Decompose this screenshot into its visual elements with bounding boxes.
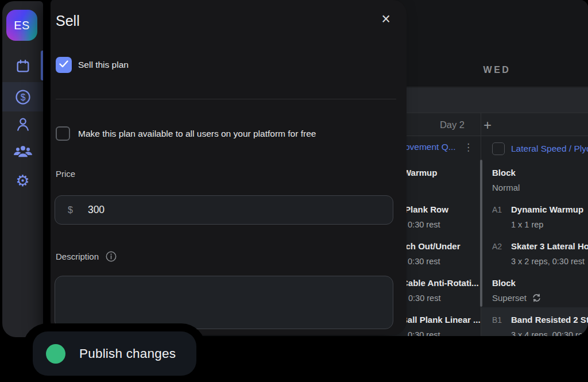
- sidebar-item-sell[interactable]: $: [2, 88, 43, 108]
- sidebar-item-clients[interactable]: [2, 116, 43, 134]
- sidebar-item-calendar[interactable]: [2, 58, 43, 76]
- svg-text:$: $: [20, 92, 25, 102]
- free-plan-label: Make this plan available to all users on…: [78, 129, 316, 139]
- modal-title: Sell: [56, 13, 80, 29]
- exercise-name[interactable]: Ball Plank Linear ...: [401, 315, 481, 325]
- exercise-order-label: B1: [492, 315, 502, 325]
- sidebar-item-settings[interactable]: ⚙: [2, 173, 43, 189]
- exercise-detail: , 0:30 rest: [403, 330, 440, 336]
- publish-button-container: Publish changes: [23, 323, 206, 382]
- info-icon[interactable]: [106, 251, 117, 262]
- exercise-name[interactable]: Skater 3 Lateral Hops: [511, 241, 588, 251]
- workout-link-right[interactable]: Lateral Speed / Plyo...: [511, 144, 588, 154]
- gear-icon: ⚙: [16, 173, 29, 189]
- description-input[interactable]: [55, 276, 393, 329]
- exercise-detail: 3 x 4 reps, 00:30 rest: [511, 330, 588, 336]
- exercise-name[interactable]: Cable Anti-Rotati...: [402, 278, 479, 288]
- app-screenshot: WED Day 2 + Movement Q... ⋮ Lateral Spee…: [0, 0, 588, 382]
- sidebar: ES $: [2, 1, 43, 337]
- exercise-order-label: A2: [492, 242, 502, 251]
- description-label: Description: [56, 252, 99, 261]
- avatar[interactable]: ES: [6, 10, 37, 41]
- workout-checkbox[interactable]: [492, 142, 505, 155]
- exercise-detail: 3 x 2 reps, 0:30 rest: [511, 257, 585, 266]
- description-label-row: Description: [56, 251, 117, 262]
- sidebar-item-groups[interactable]: [2, 144, 43, 163]
- block-type: Superset: [492, 293, 541, 303]
- block-title: Block: [492, 278, 516, 288]
- price-field[interactable]: $: [55, 195, 393, 225]
- exercise-name[interactable]: Warmup: [403, 168, 437, 178]
- divider: [56, 99, 396, 99]
- price-label: Price: [56, 169, 75, 179]
- checkmark-icon: [59, 60, 68, 70]
- exercise-name[interactable]: Dynamic Warmup: [511, 204, 583, 214]
- dollar-icon: $: [14, 88, 32, 108]
- exercise-detail: 0:30 rest: [408, 294, 440, 303]
- publish-button-label: Publish changes: [79, 346, 176, 361]
- exercise-name[interactable]: Band Resisted 2 Steps: [511, 315, 588, 325]
- publish-changes-button[interactable]: Publish changes: [33, 331, 196, 376]
- free-plan-checkbox[interactable]: [56, 126, 70, 141]
- weekday-label: WED: [406, 60, 588, 80]
- exercise-order-label: A1: [492, 205, 502, 214]
- add-day-button[interactable]: +: [483, 113, 492, 137]
- calendar-icon: [15, 58, 31, 76]
- block-title: Block: [492, 168, 516, 178]
- description-field: [55, 276, 393, 329]
- block-type: Normal: [492, 183, 520, 192]
- price-input[interactable]: [87, 203, 202, 217]
- exercise-detail: 1 x 1 rep: [511, 220, 543, 229]
- status-dot-icon: [46, 344, 65, 364]
- block-type-text: Superset: [492, 293, 527, 303]
- people-group-icon: [13, 144, 33, 163]
- kebab-menu-icon[interactable]: ⋮: [463, 142, 473, 152]
- close-icon[interactable]: ×: [381, 11, 390, 27]
- day-label: Day 2: [406, 113, 473, 137]
- sell-this-plan-label: Sell this plan: [78, 60, 129, 70]
- exercise-detail: , 0:30 rest: [403, 257, 440, 266]
- column-scrollbar[interactable]: [480, 160, 482, 307]
- currency-symbol: $: [68, 205, 73, 215]
- superset-cycle-icon: [532, 293, 541, 303]
- person-icon: [15, 116, 31, 134]
- exercise-name[interactable]: Plank Row: [405, 204, 448, 214]
- sell-this-plan-checkbox[interactable]: [56, 57, 72, 73]
- sell-modal: Sell × Sell this plan Make this plan ava…: [51, 0, 407, 335]
- exercise-detail: , 0:30 rest: [403, 220, 440, 229]
